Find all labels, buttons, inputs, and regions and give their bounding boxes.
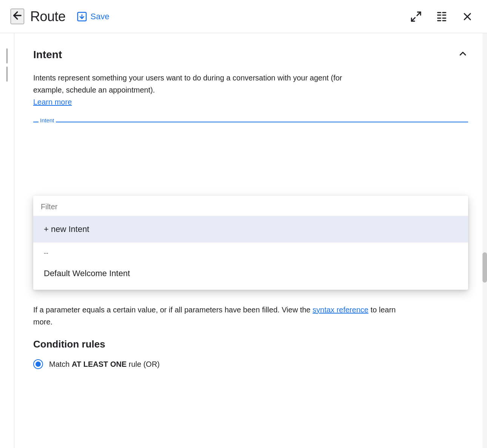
intent-dropdown[interactable]: + new Intent -- Default Welcome Intent [33, 196, 468, 290]
bottom-section: If a parameter equals a certain value, o… [33, 296, 468, 369]
match-rule-text: Match AT LEAST ONE rule (OR) [49, 360, 160, 369]
match-bold: AT LEAST ONE [72, 360, 126, 368]
intent-section: Intent Intents represent something your … [33, 48, 468, 122]
syntax-reference-link[interactable]: syntax reference [313, 306, 368, 314]
save-button[interactable]: Save [72, 8, 114, 25]
filter-input-wrap [33, 196, 468, 216]
chevron-up-icon [458, 48, 468, 59]
close-icon [461, 11, 473, 23]
back-button[interactable] [11, 9, 24, 24]
section-title: Intent [33, 49, 62, 61]
fullscreen-icon [410, 11, 422, 23]
save-label: Save [91, 12, 109, 22]
match-radio[interactable] [33, 359, 43, 369]
header-right [407, 8, 476, 26]
section-header: Intent [33, 48, 468, 61]
match-rule-row: Match AT LEAST ONE rule (OR) [33, 359, 468, 369]
close-button[interactable] [458, 8, 476, 26]
scrollbar[interactable] [482, 33, 487, 448]
intent-field-label: Intent [39, 117, 56, 124]
condition-description: If a parameter equals a certain value, o… [33, 304, 411, 328]
save-icon [76, 11, 88, 22]
intent-field-container: Intent [33, 122, 468, 122]
left-strip [0, 33, 14, 448]
dropdown-item-default-welcome[interactable]: Default Welcome Intent [33, 260, 468, 287]
intent-description-text: Intents represent something your users w… [33, 74, 342, 94]
strip-line-2 [6, 66, 8, 82]
condition-rules-title: Condition rules [33, 338, 468, 350]
header-left: Route Save [11, 8, 407, 25]
scrollbar-thumb[interactable] [482, 252, 487, 283]
fullscreen-button[interactable] [407, 8, 425, 26]
radio-inner [35, 361, 41, 367]
match-suffix: rule (OR) [129, 360, 160, 368]
intent-field-line [33, 122, 468, 122]
new-intent-item[interactable]: + new Intent [33, 216, 468, 243]
page-title: Route [30, 9, 66, 25]
main-layout: Intent Intents represent something your … [0, 33, 487, 448]
condition-description-prefix: If a parameter equals a certain value, o… [33, 306, 310, 314]
filter-input[interactable] [41, 202, 461, 211]
header: Route Save [0, 0, 487, 33]
split-view-icon [436, 11, 448, 23]
collapse-button[interactable] [458, 48, 468, 61]
learn-more-link[interactable]: Learn more [33, 98, 72, 106]
content-area: Intent Intents represent something your … [14, 33, 487, 448]
match-prefix: Match [49, 360, 69, 368]
strip-line-1 [6, 48, 8, 63]
dropdown-separator: -- [33, 243, 468, 260]
split-view-button[interactable] [433, 8, 451, 26]
intent-description: Intents represent something your users w… [33, 72, 373, 108]
